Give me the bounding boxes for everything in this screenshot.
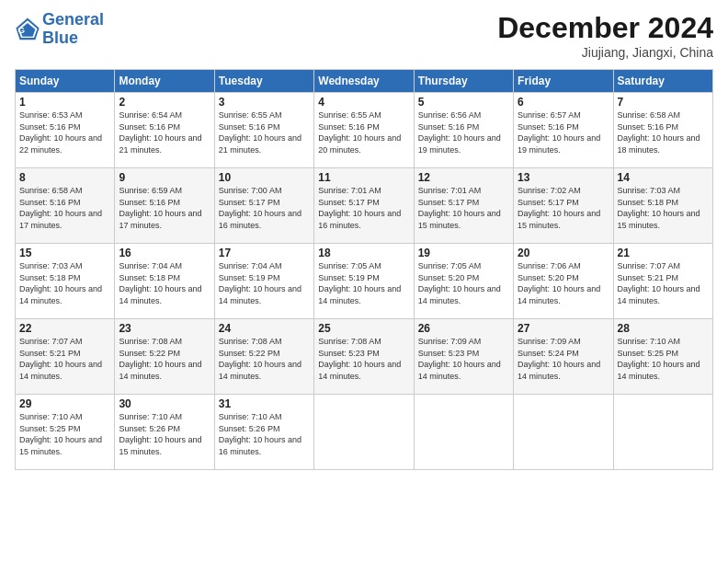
day-cell: 4 Sunrise: 6:55 AM Sunset: 5:16 PM Dayli… [314, 93, 414, 168]
day-number: 9 [119, 171, 210, 184]
day-cell: 27 Sunrise: 7:09 AM Sunset: 5:24 PM Dayl… [514, 319, 613, 395]
day-info: Sunrise: 7:00 AM Sunset: 5:17 PM Dayligh… [219, 185, 310, 231]
week-row-5: 29 Sunrise: 7:10 AM Sunset: 5:25 PM Dayl… [16, 395, 713, 470]
day-info: Sunrise: 7:04 AM Sunset: 5:19 PM Dayligh… [219, 260, 310, 306]
day-cell: 5 Sunrise: 6:56 AM Sunset: 5:16 PM Dayli… [414, 93, 513, 168]
day-number: 16 [119, 247, 210, 259]
day-info: Sunrise: 7:10 AM Sunset: 5:25 PM Dayligh… [19, 411, 110, 457]
day-cell: 31 Sunrise: 7:10 AM Sunset: 5:26 PM Dayl… [214, 395, 313, 470]
day-info: Sunrise: 7:08 AM Sunset: 5:23 PM Dayligh… [318, 336, 409, 382]
day-header-monday: Monday [115, 70, 214, 93]
day-info: Sunrise: 7:08 AM Sunset: 5:22 PM Dayligh… [119, 336, 210, 382]
day-cell: 15 Sunrise: 7:03 AM Sunset: 5:18 PM Dayl… [16, 244, 115, 319]
day-info: Sunrise: 7:09 AM Sunset: 5:24 PM Dayligh… [518, 336, 609, 382]
day-number: 25 [318, 322, 409, 335]
day-number: 19 [418, 247, 509, 259]
day-number: 3 [219, 96, 310, 109]
day-number: 31 [219, 397, 310, 410]
day-cell: 11 Sunrise: 7:01 AM Sunset: 5:17 PM Dayl… [314, 168, 414, 244]
day-info: Sunrise: 6:53 AM Sunset: 5:16 PM Dayligh… [19, 109, 110, 155]
day-cell: 18 Sunrise: 7:05 AM Sunset: 5:19 PM Dayl… [314, 244, 414, 319]
day-header-tuesday: Tuesday [214, 70, 313, 93]
day-cell: 29 Sunrise: 7:10 AM Sunset: 5:25 PM Dayl… [16, 395, 115, 470]
day-info: Sunrise: 6:59 AM Sunset: 5:16 PM Dayligh… [119, 185, 210, 231]
day-info: Sunrise: 7:03 AM Sunset: 5:18 PM Dayligh… [19, 260, 110, 306]
day-number: 7 [618, 96, 709, 109]
day-number: 11 [318, 171, 409, 184]
day-info: Sunrise: 7:05 AM Sunset: 5:20 PM Dayligh… [418, 260, 509, 306]
day-number: 27 [518, 322, 609, 335]
day-info: Sunrise: 6:58 AM Sunset: 5:16 PM Dayligh… [19, 185, 110, 231]
day-cell: 13 Sunrise: 7:02 AM Sunset: 5:17 PM Dayl… [514, 168, 613, 244]
calendar: SundayMondayTuesdayWednesdayThursdayFrid… [15, 69, 713, 470]
day-header-wednesday: Wednesday [314, 70, 414, 93]
day-cell: 12 Sunrise: 7:01 AM Sunset: 5:17 PM Dayl… [414, 168, 513, 244]
day-cell: 28 Sunrise: 7:10 AM Sunset: 5:25 PM Dayl… [613, 319, 712, 395]
day-cell [613, 395, 712, 470]
day-info: Sunrise: 7:01 AM Sunset: 5:17 PM Dayligh… [418, 185, 509, 231]
logo-text: General Blue [42, 11, 104, 48]
day-cell: 25 Sunrise: 7:08 AM Sunset: 5:23 PM Dayl… [314, 319, 414, 395]
day-cell [414, 395, 513, 470]
day-header-thursday: Thursday [414, 70, 513, 93]
day-info: Sunrise: 7:06 AM Sunset: 5:20 PM Dayligh… [518, 260, 609, 306]
day-number: 20 [518, 247, 609, 259]
day-info: Sunrise: 7:08 AM Sunset: 5:22 PM Dayligh… [219, 336, 310, 382]
day-cell: 24 Sunrise: 7:08 AM Sunset: 5:22 PM Dayl… [214, 319, 313, 395]
day-info: Sunrise: 6:55 AM Sunset: 5:16 PM Dayligh… [219, 109, 310, 155]
day-number: 6 [518, 96, 609, 109]
day-cell: 17 Sunrise: 7:04 AM Sunset: 5:19 PM Dayl… [214, 244, 313, 319]
title-block: December 2024 Jiujiang, Jiangxi, China [497, 11, 713, 60]
logo-icon: G [15, 17, 40, 42]
day-number: 17 [219, 247, 310, 259]
svg-text:G: G [18, 25, 26, 35]
logo-blue: Blue [42, 29, 78, 47]
day-header-friday: Friday [514, 70, 613, 93]
day-info: Sunrise: 7:10 AM Sunset: 5:25 PM Dayligh… [618, 336, 709, 382]
day-cell: 8 Sunrise: 6:58 AM Sunset: 5:16 PM Dayli… [16, 168, 115, 244]
day-number: 28 [618, 322, 709, 335]
day-number: 18 [318, 247, 409, 259]
day-number: 14 [618, 171, 709, 184]
logo: G General Blue [15, 11, 104, 48]
day-number: 5 [418, 96, 509, 109]
week-row-3: 15 Sunrise: 7:03 AM Sunset: 5:18 PM Dayl… [16, 244, 713, 319]
day-number: 24 [219, 322, 310, 335]
day-number: 2 [119, 96, 210, 109]
day-info: Sunrise: 6:55 AM Sunset: 5:16 PM Dayligh… [318, 109, 409, 155]
week-row-2: 8 Sunrise: 6:58 AM Sunset: 5:16 PM Dayli… [16, 168, 713, 244]
day-info: Sunrise: 7:07 AM Sunset: 5:21 PM Dayligh… [19, 336, 110, 382]
day-cell [514, 395, 613, 470]
day-number: 21 [618, 247, 709, 259]
day-info: Sunrise: 6:57 AM Sunset: 5:16 PM Dayligh… [518, 109, 609, 155]
day-header-sunday: Sunday [16, 70, 115, 93]
day-cell: 26 Sunrise: 7:09 AM Sunset: 5:23 PM Dayl… [414, 319, 513, 395]
day-info: Sunrise: 7:03 AM Sunset: 5:18 PM Dayligh… [618, 185, 709, 231]
day-cell: 23 Sunrise: 7:08 AM Sunset: 5:22 PM Dayl… [115, 319, 214, 395]
day-number: 29 [19, 397, 110, 410]
day-info: Sunrise: 7:07 AM Sunset: 5:21 PM Dayligh… [618, 260, 709, 306]
location: Jiujiang, Jiangxi, China [497, 45, 713, 60]
day-cell [314, 395, 414, 470]
day-cell: 1 Sunrise: 6:53 AM Sunset: 5:16 PM Dayli… [16, 93, 115, 168]
day-number: 4 [318, 96, 409, 109]
day-number: 1 [19, 96, 110, 109]
week-row-4: 22 Sunrise: 7:07 AM Sunset: 5:21 PM Dayl… [16, 319, 713, 395]
day-info: Sunrise: 7:02 AM Sunset: 5:17 PM Dayligh… [518, 185, 609, 231]
header: G General Blue December 2024 Jiujiang, J… [15, 11, 713, 60]
logo-general: General [42, 10, 104, 29]
day-number: 23 [119, 322, 210, 335]
day-info: Sunrise: 7:05 AM Sunset: 5:19 PM Dayligh… [318, 260, 409, 306]
day-cell: 6 Sunrise: 6:57 AM Sunset: 5:16 PM Dayli… [514, 93, 613, 168]
day-cell: 21 Sunrise: 7:07 AM Sunset: 5:21 PM Dayl… [613, 244, 712, 319]
day-info: Sunrise: 7:04 AM Sunset: 5:18 PM Dayligh… [119, 260, 210, 306]
day-cell: 14 Sunrise: 7:03 AM Sunset: 5:18 PM Dayl… [613, 168, 712, 244]
day-info: Sunrise: 6:54 AM Sunset: 5:16 PM Dayligh… [119, 109, 210, 155]
day-info: Sunrise: 7:10 AM Sunset: 5:26 PM Dayligh… [119, 411, 210, 457]
day-number: 10 [219, 171, 310, 184]
day-number: 13 [518, 171, 609, 184]
month-title: December 2024 [497, 11, 713, 45]
day-cell: 19 Sunrise: 7:05 AM Sunset: 5:20 PM Dayl… [414, 244, 513, 319]
day-number: 22 [19, 322, 110, 335]
day-cell: 7 Sunrise: 6:58 AM Sunset: 5:16 PM Dayli… [613, 93, 712, 168]
